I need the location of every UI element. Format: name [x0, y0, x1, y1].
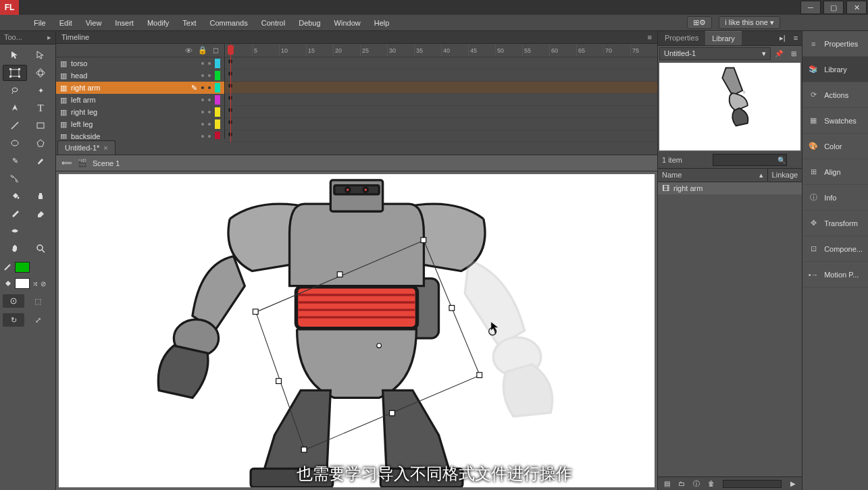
ruler-tick[interactable]: 55 [522, 44, 549, 57]
lock-dot[interactable] [208, 135, 211, 138]
ruler-tick[interactable]: 65 [576, 44, 603, 57]
visibility-dot[interactable] [201, 99, 204, 101]
side-panel-compone-[interactable]: ⊡Compone... [802, 236, 868, 262]
side-panel-properties[interactable]: ≡Properties [802, 31, 868, 57]
zoom-tool[interactable] [28, 240, 53, 256]
visibility-dot[interactable] [201, 86, 204, 89]
minimize-button[interactable]: ─ [800, 1, 821, 14]
stroke-color-swatch[interactable] [15, 262, 30, 273]
layer-color-swatch[interactable] [215, 83, 220, 92]
ruler-tick[interactable]: 25 [360, 44, 387, 57]
layer-left-arm[interactable]: ▥left arm [56, 94, 224, 106]
selection-tool[interactable] [3, 47, 27, 63]
side-panel-align[interactable]: ⊞Align [802, 159, 868, 185]
lock-dot[interactable] [208, 123, 211, 126]
lock-column-icon[interactable]: 🔒 [198, 46, 207, 55]
menu-modify[interactable]: Modify [141, 16, 176, 30]
subselection-tool[interactable] [28, 47, 53, 63]
layer-torso[interactable]: ▥torso [56, 57, 224, 70]
swap-colors-icon[interactable]: ⤭ [32, 280, 38, 288]
oval-tool[interactable] [3, 135, 27, 151]
polystar-tool[interactable] [28, 135, 53, 151]
layer-right-arm[interactable]: ▥right arm✎ [56, 82, 224, 94]
menu-text[interactable]: Text [176, 16, 203, 30]
properties-tab[interactable]: Properties [658, 31, 705, 45]
layer-left-leg[interactable]: ▥left leg [56, 118, 224, 130]
layer-color-swatch[interactable] [215, 59, 220, 68]
no-color-icon[interactable]: ⊘ [41, 280, 46, 288]
side-panel-library[interactable]: 📚Library [802, 57, 868, 82]
layer-head[interactable]: ▥head [56, 70, 224, 82]
ruler-tick[interactable]: 35 [414, 44, 441, 57]
lock-dot[interactable] [208, 62, 211, 65]
workspace-dropdown[interactable]: i like this one ▾ [719, 16, 780, 29]
lock-dot[interactable] [208, 99, 211, 101]
width-tool[interactable] [3, 223, 27, 239]
library-item[interactable]: 🎞right arm [658, 182, 802, 194]
ruler-tick[interactable]: 5 [252, 44, 279, 57]
layer-right-leg[interactable]: ▥right leg [56, 106, 224, 118]
back-icon[interactable]: ⟸ [61, 159, 72, 167]
tools-panel-menu-icon[interactable]: ▸ [47, 33, 51, 42]
text-tool[interactable]: T [28, 100, 53, 116]
side-panel-actions[interactable]: ⟳Actions [802, 82, 868, 108]
outline-column-icon[interactable]: ◻ [213, 46, 219, 55]
menu-insert[interactable]: Insert [108, 16, 141, 30]
document-tab[interactable]: Untitled-1* × [57, 140, 116, 155]
bind-tool[interactable] [28, 170, 53, 186]
side-panel-info[interactable]: ⓘInfo [802, 185, 868, 211]
menu-window[interactable]: Window [328, 16, 367, 30]
magic-wand-tool[interactable]: ✦ [28, 82, 53, 99]
visibility-dot[interactable] [201, 74, 204, 77]
snap-to-object-icon[interactable] [3, 294, 24, 308]
new-library-icon[interactable]: ⊞ [787, 47, 800, 59]
bone-tool[interactable] [3, 170, 27, 186]
properties-lib-button[interactable]: ⓘ [690, 478, 703, 490]
ruler-tick[interactable]: 70 [603, 44, 630, 57]
layer-color-swatch[interactable] [215, 95, 220, 105]
rectangle-tool[interactable] [28, 117, 53, 134]
scroll-right-lib[interactable]: ▶ [787, 478, 799, 490]
frame-row[interactable] [225, 106, 657, 118]
ruler-tick[interactable]: 60 [549, 44, 576, 57]
workspace-icon-button[interactable]: ⊞⚙ [687, 16, 712, 29]
close-tab-icon[interactable]: × [103, 144, 107, 152]
maximize-button[interactable]: ▢ [823, 1, 844, 14]
lock-dot[interactable] [208, 111, 211, 113]
edit-layer-icon[interactable]: ✎ [191, 84, 197, 92]
frame-row[interactable] [225, 70, 657, 82]
collapse-panel-icon[interactable]: ▸| [775, 31, 790, 45]
timeline-panel-menu-icon[interactable]: ≡ [648, 33, 652, 41]
layer-color-swatch[interactable] [215, 119, 220, 129]
scene-name[interactable]: Scene 1 [93, 159, 120, 167]
eyedropper-tool[interactable] [3, 205, 27, 221]
hand-tool[interactable] [3, 240, 27, 256]
delete-lib-button[interactable]: 🗑 [705, 478, 717, 490]
menu-file[interactable]: File [27, 16, 53, 30]
visibility-column-icon[interactable]: 👁 [185, 47, 193, 55]
menu-help[interactable]: Help [367, 16, 397, 30]
ruler-tick[interactable]: 20 [333, 44, 360, 57]
eraser-tool[interactable] [28, 205, 53, 221]
playhead[interactable] [230, 44, 231, 142]
layer-color-swatch[interactable] [215, 107, 220, 117]
library-name-column[interactable]: Name ▴ [658, 169, 767, 182]
fill-color-swatch[interactable] [15, 278, 30, 289]
library-tab[interactable]: Library [705, 31, 742, 45]
line-tool[interactable] [3, 117, 27, 134]
stage[interactable] [59, 174, 655, 487]
frame-row[interactable] [225, 57, 657, 70]
frame-row[interactable] [225, 118, 657, 130]
brush-tool[interactable] [28, 153, 53, 169]
frame-row[interactable] [225, 82, 657, 94]
pen-tool[interactable] [3, 100, 27, 116]
ruler-tick[interactable]: 45 [468, 44, 495, 57]
lock-dot[interactable] [208, 74, 211, 77]
ruler-tick[interactable]: 30 [387, 44, 414, 57]
ruler-tick[interactable]: 15 [306, 44, 333, 57]
lock-dot[interactable] [208, 86, 211, 89]
rotate-option-icon[interactable]: ↻ [3, 313, 24, 327]
menu-commands[interactable]: Commands [203, 16, 254, 30]
library-scrollbar[interactable] [723, 480, 782, 488]
pencil-tool[interactable]: ✎ [3, 153, 27, 169]
